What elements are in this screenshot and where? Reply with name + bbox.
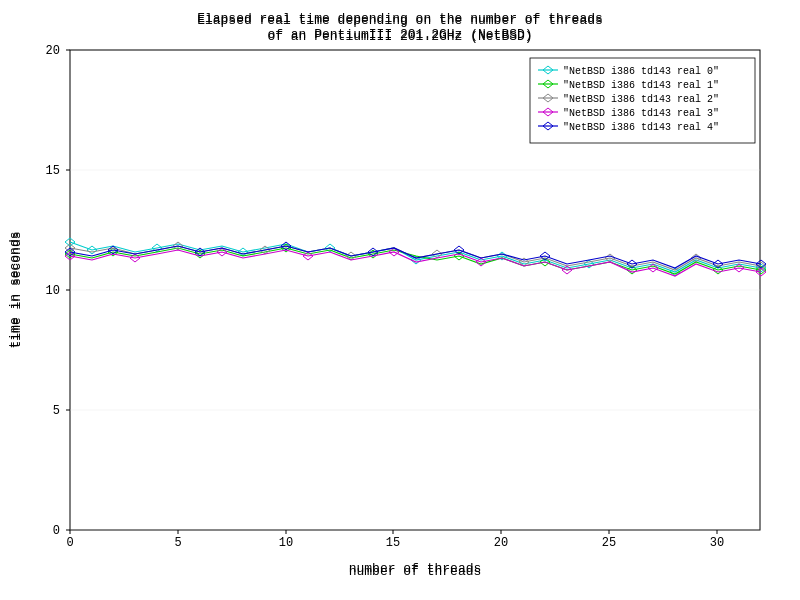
xaxis-label-text: number of threads: [349, 561, 482, 576]
legend-label-4: "NetBSD i386 td143 real 4": [563, 122, 719, 133]
legend-label-0: "NetBSD i386 td143 real 0": [563, 66, 719, 77]
legend-label-1: "NetBSD i386 td143 real 1": [563, 80, 719, 91]
xtick-5: 5: [174, 536, 181, 550]
xtick-20: 20: [494, 536, 508, 550]
xtick-15: 15: [386, 536, 400, 550]
legend-label-3: "NetBSD i386 td143 real 3": [563, 108, 719, 119]
title-line1-text: Elapsed real time depending on the numbe…: [197, 13, 603, 28]
ytick-0: 0: [53, 524, 60, 538]
title-line2-text: of an PentiumIII 201.2GHz (NetBSD): [267, 29, 532, 44]
yaxis-label-text: time in seconds: [9, 231, 24, 348]
ytick-15: 15: [46, 164, 60, 178]
xtick-0: 0: [66, 536, 73, 550]
ytick-5: 5: [53, 404, 60, 418]
ytick-20: 20: [46, 44, 60, 58]
legend-label-2: "NetBSD i386 td143 real 2": [563, 94, 719, 105]
ytick-10: 10: [46, 284, 60, 298]
chart-svg: Elapsed real time depending on the numbe…: [0, 0, 800, 600]
xtick-30: 30: [710, 536, 724, 550]
xtick-25: 25: [602, 536, 616, 550]
chart-container: Elapsed real time depending on the numbe…: [0, 0, 800, 600]
xtick-10: 10: [279, 536, 293, 550]
